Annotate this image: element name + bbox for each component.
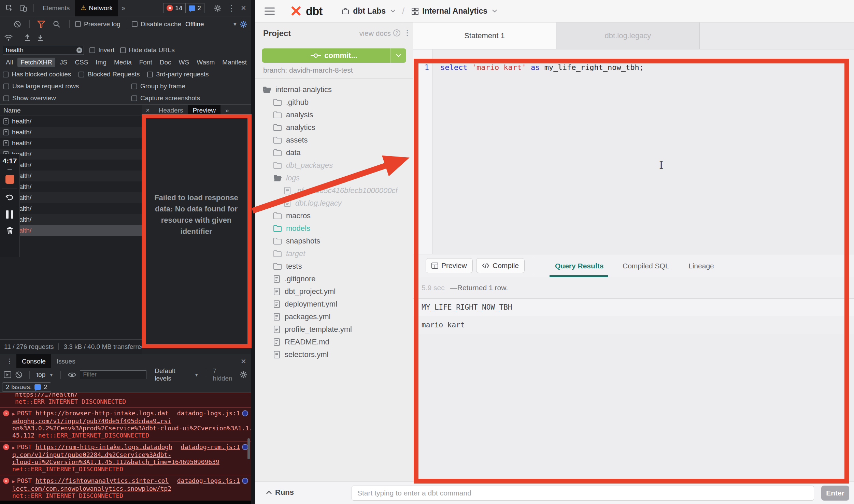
context-selector[interactable]: top: [37, 371, 45, 379]
tree-item[interactable]: .github: [255, 96, 413, 108]
tree-item[interactable]: analysis: [255, 108, 413, 121]
preview-button[interactable]: Preview: [426, 258, 473, 273]
network-request-row[interactable]: health/: [0, 225, 142, 236]
more-tabs-button[interactable]: »: [118, 4, 129, 12]
close-drawer-button[interactable]: ×: [239, 356, 248, 367]
delete-recording-button[interactable]: [0, 226, 19, 235]
network-request-row[interactable]: health/: [0, 203, 142, 214]
request-url-link[interactable]: https://browser-http-intake.logs.dat: [35, 410, 169, 417]
tab-preview[interactable]: Preview: [188, 105, 221, 116]
error-count-badge[interactable]: ✕ 14: [163, 3, 185, 13]
network-request-row[interactable]: health/: [0, 192, 142, 203]
source-link[interactable]: datadog-rum.js:1: [181, 443, 240, 450]
filter-chip[interactable]: All: [3, 58, 16, 67]
tab-compiled-sql[interactable]: Compiled SQL: [623, 262, 669, 270]
filter-funnel-icon[interactable]: [35, 20, 47, 28]
request-url-link[interactable]: on%3A3.0.2%2Cenv%3Aprod%2Cservice%3Adbt-…: [12, 425, 251, 432]
request-url-link[interactable]: cloud-ui%2Cversion%3A1.1.45.112&batch_ti…: [12, 458, 219, 465]
filter-chip[interactable]: Font: [136, 58, 155, 67]
expand-arrow-icon[interactable]: ▶: [12, 411, 15, 416]
request-url-link[interactable]: https://rum-http-intake.logs.datadogh: [35, 443, 172, 450]
sql-editor[interactable]: 1 select 'mario kart' as my_life_right_n…: [413, 49, 854, 254]
search-icon[interactable]: [49, 20, 64, 28]
inspect-element-icon[interactable]: [3, 4, 16, 12]
tree-item[interactable]: dbt_packages: [255, 159, 413, 172]
pause-recording-button[interactable]: [0, 210, 19, 219]
tab-console[interactable]: Console: [16, 354, 51, 368]
tree-item[interactable]: packages.yml: [255, 310, 413, 323]
settings-gear-icon[interactable]: [212, 4, 224, 12]
eye-icon[interactable]: [68, 371, 76, 378]
network-request-row[interactable]: health/: [0, 171, 142, 181]
invert-checkbox[interactable]: Invert: [89, 46, 115, 54]
option-checkbox[interactable]: Use large request rows: [3, 83, 79, 90]
network-request-row[interactable]: health/: [0, 149, 142, 160]
preserve-log-checkbox[interactable]: Preserve log: [75, 20, 120, 28]
tree-item[interactable]: dbt.log.legacy: [255, 197, 413, 209]
filter-chip[interactable]: Media: [111, 58, 135, 67]
tab-query-results[interactable]: Query Results: [555, 262, 603, 270]
dbt-logo[interactable]: ✕ dbt: [290, 4, 322, 19]
enter-button[interactable]: Enter: [821, 486, 849, 501]
filter-chip[interactable]: WS: [176, 58, 193, 67]
option-checkbox[interactable]: Capture screenshots: [131, 94, 200, 102]
view-docs-link[interactable]: view docs: [359, 29, 391, 38]
help-icon[interactable]: ?: [393, 29, 400, 36]
clear-icon[interactable]: [11, 20, 24, 28]
source-link[interactable]: datadog-logs.js:1: [177, 410, 240, 417]
issues-chip[interactable]: 2 Issues: 2: [2, 382, 51, 392]
network-request-row[interactable]: health/: [0, 127, 142, 138]
stop-recording-button[interactable]: [5, 175, 14, 184]
request-url-link[interactable]: adoghq.com/v1/input/pub740de5f405dcdaa9……: [12, 417, 171, 425]
hamburger-menu-icon[interactable]: [265, 8, 275, 15]
network-request-row[interactable]: health/: [0, 138, 142, 149]
console-sidebar-icon[interactable]: [3, 371, 12, 379]
commit-button[interactable]: commit...: [262, 48, 406, 63]
tree-item[interactable]: logs: [255, 172, 413, 184]
export-har-icon[interactable]: [37, 34, 44, 42]
dbt-command-input[interactable]: [352, 486, 814, 501]
tree-item[interactable]: deployment.yml: [255, 298, 413, 310]
option-checkbox[interactable]: Group by frame: [131, 83, 185, 90]
filter-chip[interactable]: Fetch/XHR: [17, 58, 55, 67]
request-url-link[interactable]: https://…/health/: [15, 393, 78, 398]
more-preview-tabs[interactable]: »: [220, 105, 234, 116]
filter-chip[interactable]: CSS: [72, 58, 91, 67]
filter-chip[interactable]: JS: [57, 58, 70, 67]
tree-item[interactable]: target: [255, 247, 413, 260]
commit-dropdown-button[interactable]: [390, 48, 406, 63]
tree-item[interactable]: snapshots: [255, 235, 413, 247]
tree-item[interactable]: tests: [255, 260, 413, 272]
network-table-name-header[interactable]: Name: [0, 104, 142, 116]
console-filter-input[interactable]: [80, 370, 146, 379]
network-request-row[interactable]: health/: [0, 181, 142, 192]
tab-network[interactable]: ⚠ Network: [75, 0, 118, 16]
network-conditions-icon[interactable]: [4, 34, 13, 42]
close-devtools-button[interactable]: ×: [239, 3, 248, 13]
account-switcher[interactable]: dbt Labs: [341, 6, 395, 16]
tree-item[interactable]: README.md: [255, 336, 413, 348]
filter-chip[interactable]: Wasm: [194, 58, 218, 67]
filter-checkbox[interactable]: Has blocked cookies: [3, 71, 71, 78]
tree-item[interactable]: profile_template.yml: [255, 323, 413, 336]
source-link[interactable]: datadog-logs.js:1: [177, 477, 240, 484]
import-har-icon[interactable]: [24, 34, 31, 42]
tree-item[interactable]: analytics: [255, 121, 413, 134]
request-url-link[interactable]: https://fishtownanalytics.sinter-col: [35, 477, 169, 484]
tree-item[interactable]: data: [255, 146, 413, 159]
compile-button[interactable]: Compile: [476, 258, 525, 273]
network-filter-input[interactable]: [3, 46, 84, 55]
filter-chip[interactable]: Manifest: [219, 58, 250, 67]
log-levels-select[interactable]: Default levels: [155, 367, 190, 382]
tab-lineage[interactable]: Lineage: [688, 262, 714, 270]
request-url-link[interactable]: 45.112: [12, 432, 34, 439]
tree-item[interactable]: macros: [255, 209, 413, 222]
hide-data-urls-checkbox[interactable]: Hide data URLs: [120, 46, 175, 54]
clear-console-icon[interactable]: [15, 371, 23, 379]
clear-filter-icon[interactable]: ✕: [76, 47, 82, 53]
issue-count-badge[interactable]: 2: [185, 3, 204, 13]
drawer-kebab-icon[interactable]: ⋮: [3, 357, 16, 365]
console-scrollbar[interactable]: [247, 438, 250, 459]
tab-statement-1[interactable]: Statement 1: [413, 23, 556, 49]
request-url-link[interactable]: q.com/v1/input/pube02284…d%2Cservice%3Ad…: [12, 451, 171, 458]
